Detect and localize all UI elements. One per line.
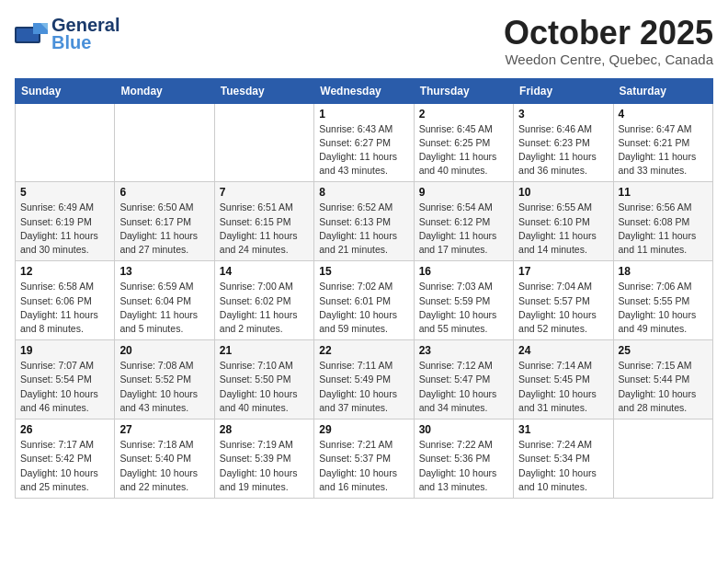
calendar-cell: 2Sunrise: 6:45 AMSunset: 6:25 PMDaylight…: [414, 103, 513, 182]
calendar-week-row: 1Sunrise: 6:43 AMSunset: 6:27 PMDaylight…: [16, 103, 713, 182]
calendar-header-row: SundayMondayTuesdayWednesdayThursdayFrid…: [16, 78, 713, 103]
day-info: Sunrise: 7:15 AMSunset: 5:44 PMDaylight:…: [619, 359, 708, 415]
calendar-cell: 25Sunrise: 7:15 AMSunset: 5:44 PMDayligh…: [613, 340, 712, 419]
day-number: 28: [220, 423, 309, 436]
day-info: Sunrise: 7:03 AMSunset: 5:59 PMDaylight:…: [419, 280, 508, 336]
day-info: Sunrise: 7:18 AMSunset: 5:40 PMDaylight:…: [119, 438, 209, 494]
day-info: Sunrise: 7:19 AMSunset: 5:39 PMDaylight:…: [220, 438, 309, 494]
logo-blue: Blue: [51, 32, 119, 52]
calendar-cell: 15Sunrise: 7:02 AMSunset: 6:01 PMDayligh…: [314, 261, 414, 340]
day-info: Sunrise: 7:10 AMSunset: 5:50 PMDaylight:…: [220, 359, 309, 415]
calendar-cell: 22Sunrise: 7:11 AMSunset: 5:49 PMDayligh…: [314, 340, 414, 419]
page-header: General Blue October 2025 Weedon Centre,…: [15, 15, 713, 67]
calendar-cell: 13Sunrise: 6:59 AMSunset: 6:04 PMDayligh…: [115, 261, 214, 340]
day-number: 10: [518, 186, 608, 199]
day-number: 7: [220, 186, 309, 199]
calendar-cell: 20Sunrise: 7:08 AMSunset: 5:52 PMDayligh…: [115, 340, 214, 419]
day-number: 18: [619, 265, 708, 278]
day-info: Sunrise: 7:24 AMSunset: 5:34 PMDaylight:…: [518, 438, 608, 494]
calendar-cell: 6Sunrise: 6:50 AMSunset: 6:17 PMDaylight…: [115, 182, 214, 261]
col-header-tuesday: Tuesday: [214, 78, 313, 103]
day-info: Sunrise: 6:54 AMSunset: 6:12 PMDaylight:…: [419, 201, 508, 257]
day-number: 15: [319, 265, 408, 278]
calendar-cell: 29Sunrise: 7:21 AMSunset: 5:37 PMDayligh…: [314, 419, 414, 499]
day-number: 29: [319, 423, 408, 436]
calendar-cell: [214, 103, 313, 182]
day-info: Sunrise: 6:46 AMSunset: 6:23 PMDaylight:…: [518, 122, 608, 178]
col-header-wednesday: Wednesday: [314, 78, 414, 103]
calendar-cell: 10Sunrise: 6:55 AMSunset: 6:10 PMDayligh…: [514, 182, 613, 261]
calendar-cell: [16, 103, 115, 182]
day-number: 4: [619, 108, 708, 121]
calendar-cell: 21Sunrise: 7:10 AMSunset: 5:50 PMDayligh…: [214, 340, 313, 419]
calendar-cell: [613, 419, 712, 499]
day-number: 26: [20, 423, 109, 436]
col-header-monday: Monday: [115, 78, 214, 103]
day-info: Sunrise: 7:06 AMSunset: 5:55 PMDaylight:…: [619, 280, 708, 336]
day-info: Sunrise: 7:00 AMSunset: 6:02 PMDaylight:…: [220, 280, 309, 336]
day-number: 24: [518, 344, 608, 357]
day-info: Sunrise: 7:11 AMSunset: 5:49 PMDaylight:…: [319, 359, 408, 415]
day-info: Sunrise: 6:59 AMSunset: 6:04 PMDaylight:…: [119, 280, 209, 336]
day-number: 3: [518, 108, 608, 121]
calendar-cell: 7Sunrise: 6:51 AMSunset: 6:15 PMDaylight…: [214, 182, 313, 261]
day-info: Sunrise: 6:51 AMSunset: 6:15 PMDaylight:…: [220, 201, 309, 257]
calendar-week-row: 5Sunrise: 6:49 AMSunset: 6:19 PMDaylight…: [16, 182, 713, 261]
day-number: 17: [518, 265, 608, 278]
day-info: Sunrise: 6:52 AMSunset: 6:13 PMDaylight:…: [319, 201, 408, 257]
calendar-cell: 11Sunrise: 6:56 AMSunset: 6:08 PMDayligh…: [613, 182, 712, 261]
day-info: Sunrise: 7:08 AMSunset: 5:52 PMDaylight:…: [119, 359, 209, 415]
day-number: 31: [518, 423, 608, 436]
day-number: 13: [119, 265, 209, 278]
day-info: Sunrise: 6:47 AMSunset: 6:21 PMDaylight:…: [619, 122, 708, 178]
calendar-cell: [115, 103, 214, 182]
logo: General Blue: [15, 15, 119, 52]
col-header-saturday: Saturday: [613, 78, 712, 103]
calendar-table: SundayMondayTuesdayWednesdayThursdayFrid…: [15, 78, 713, 499]
day-number: 9: [419, 186, 508, 199]
calendar-cell: 18Sunrise: 7:06 AMSunset: 5:55 PMDayligh…: [613, 261, 712, 340]
day-number: 1: [319, 108, 408, 121]
day-number: 6: [119, 186, 209, 199]
day-info: Sunrise: 7:12 AMSunset: 5:47 PMDaylight:…: [419, 359, 508, 415]
day-number: 16: [419, 265, 508, 278]
day-number: 21: [220, 344, 309, 357]
day-info: Sunrise: 6:58 AMSunset: 6:06 PMDaylight:…: [20, 280, 109, 336]
day-info: Sunrise: 6:49 AMSunset: 6:19 PMDaylight:…: [20, 201, 109, 257]
day-info: Sunrise: 6:50 AMSunset: 6:17 PMDaylight:…: [119, 201, 209, 257]
day-info: Sunrise: 6:43 AMSunset: 6:27 PMDaylight:…: [319, 122, 408, 178]
calendar-week-row: 26Sunrise: 7:17 AMSunset: 5:42 PMDayligh…: [16, 419, 713, 499]
calendar-cell: 19Sunrise: 7:07 AMSunset: 5:54 PMDayligh…: [16, 340, 115, 419]
title-block: October 2025 Weedon Centre, Quebec, Cana…: [504, 15, 713, 67]
calendar-cell: 16Sunrise: 7:03 AMSunset: 5:59 PMDayligh…: [414, 261, 513, 340]
calendar-cell: 27Sunrise: 7:18 AMSunset: 5:40 PMDayligh…: [115, 419, 214, 499]
day-number: 5: [20, 186, 109, 199]
calendar-cell: 5Sunrise: 6:49 AMSunset: 6:19 PMDaylight…: [16, 182, 115, 261]
day-number: 11: [619, 186, 708, 199]
calendar-week-row: 12Sunrise: 6:58 AMSunset: 6:06 PMDayligh…: [16, 261, 713, 340]
day-number: 25: [619, 344, 708, 357]
col-header-sunday: Sunday: [16, 78, 115, 103]
calendar-cell: 3Sunrise: 6:46 AMSunset: 6:23 PMDaylight…: [514, 103, 613, 182]
day-number: 2: [419, 108, 508, 121]
day-info: Sunrise: 7:21 AMSunset: 5:37 PMDaylight:…: [319, 438, 408, 494]
day-number: 8: [319, 186, 408, 199]
calendar-cell: 1Sunrise: 6:43 AMSunset: 6:27 PMDaylight…: [314, 103, 414, 182]
day-number: 27: [119, 423, 209, 436]
day-number: 30: [419, 423, 508, 436]
day-number: 20: [119, 344, 209, 357]
day-info: Sunrise: 6:45 AMSunset: 6:25 PMDaylight:…: [419, 122, 508, 178]
day-number: 23: [419, 344, 508, 357]
day-info: Sunrise: 7:04 AMSunset: 5:57 PMDaylight:…: [518, 280, 608, 336]
location: Weedon Centre, Quebec, Canada: [504, 52, 713, 67]
col-header-thursday: Thursday: [414, 78, 513, 103]
day-number: 14: [220, 265, 309, 278]
calendar-cell: 17Sunrise: 7:04 AMSunset: 5:57 PMDayligh…: [514, 261, 613, 340]
day-info: Sunrise: 7:07 AMSunset: 5:54 PMDaylight:…: [20, 359, 109, 415]
day-info: Sunrise: 7:17 AMSunset: 5:42 PMDaylight:…: [20, 438, 109, 494]
day-number: 22: [319, 344, 408, 357]
day-info: Sunrise: 6:55 AMSunset: 6:10 PMDaylight:…: [518, 201, 608, 257]
month-title: October 2025: [504, 15, 713, 52]
day-info: Sunrise: 6:56 AMSunset: 6:08 PMDaylight:…: [619, 201, 708, 257]
calendar-cell: 4Sunrise: 6:47 AMSunset: 6:21 PMDaylight…: [613, 103, 712, 182]
